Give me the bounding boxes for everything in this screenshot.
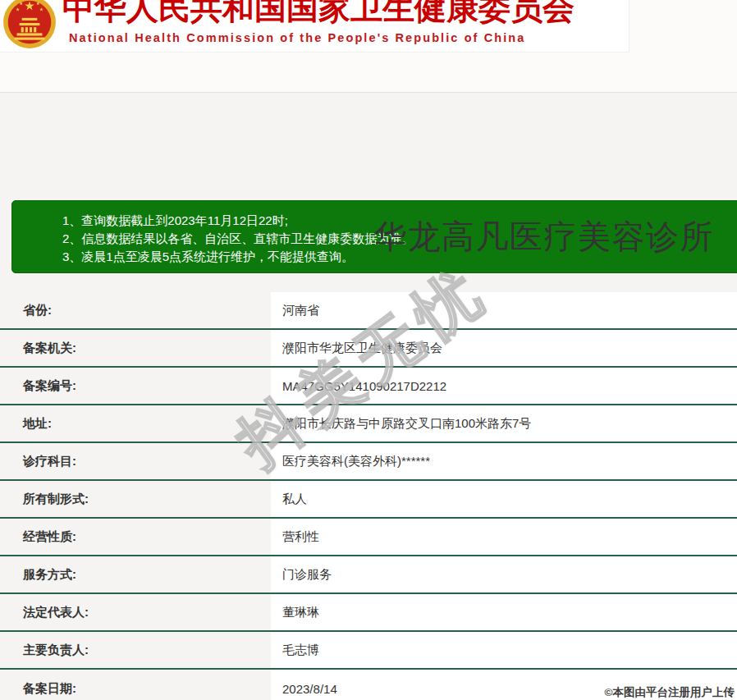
field-value: 私人 — [271, 481, 737, 517]
field-label: 地址: — [0, 405, 271, 442]
table-row-treatment-subjects: 诊疗科目: 医疗美容科(美容外科)****** — [0, 443, 737, 481]
institution-name: 华龙高凡医疗美容诊所 — [373, 217, 714, 256]
field-label: 经营性质: — [0, 519, 271, 555]
site-header: 中华人民共和国国家卫生健康委员会 National Health Commiss… — [0, 0, 737, 93]
header-title-cn: 中华人民共和国国家卫生健康委员会 — [62, 0, 574, 25]
field-value: MA47GG5Y141090217D2212 — [271, 368, 737, 404]
field-label: 备案日期: — [0, 670, 271, 700]
table-row-principal: 主要负责人: 毛志博 — [0, 632, 737, 670]
field-label: 所有制形式: — [0, 481, 271, 517]
table-row-province: 省份: 河南省 — [0, 292, 737, 330]
china-national-emblem-icon — [2, 0, 57, 49]
field-label: 省份: — [0, 292, 271, 328]
upload-credit: ©本图由平台注册用户上传 — [605, 685, 735, 700]
content-top-band: 1、查询数据截止到2023年11月12日22时; 2、信息数据结果以各省、自治区… — [0, 93, 737, 292]
field-value: 河南省 — [271, 292, 737, 328]
field-value: 毛志博 — [271, 632, 737, 668]
header-banner: 中华人民共和国国家卫生健康委员会 National Health Commiss… — [0, 0, 629, 53]
field-value: 门诊服务 — [271, 556, 737, 592]
table-row-ownership-form: 所有制形式: 私人 — [0, 481, 737, 519]
table-row-service-mode: 服务方式: 门诊服务 — [0, 556, 737, 594]
field-label: 主要负责人: — [0, 632, 271, 668]
field-label: 法定代表人: — [0, 594, 271, 630]
field-label: 备案编号: — [0, 368, 271, 404]
field-value: 董琳琳 — [271, 594, 737, 630]
header-title-en: National Health Commission of the People… — [69, 31, 525, 44]
field-value: 营利性 — [271, 519, 737, 555]
field-label: 诊疗科目: — [0, 443, 271, 479]
field-value: 濮阳市华龙区卫生健康委员会 — [271, 330, 737, 366]
page: 中华人民共和国国家卫生健康委员会 National Health Commiss… — [0, 0, 737, 700]
table-row-filing-authority: 备案机关: 濮阳市华龙区卫生健康委员会 — [0, 330, 737, 368]
record-table: 省份: 河南省 备案机关: 濮阳市华龙区卫生健康委员会 备案编号: MA47GG… — [0, 292, 737, 700]
table-row-address: 地址: 濮阳市长庆路与中原路交叉口南100米路东7号 — [0, 405, 737, 443]
field-value: 濮阳市长庆路与中原路交叉口南100米路东7号 — [271, 405, 737, 442]
table-row-business-nature: 经营性质: 营利性 — [0, 519, 737, 556]
table-row-legal-representative: 法定代表人: 董琳琳 — [0, 594, 737, 632]
field-label: 备案机关: — [0, 330, 271, 366]
field-label: 服务方式: — [0, 556, 271, 592]
field-value: 医疗美容科(美容外科)****** — [271, 443, 737, 479]
table-row-filing-number: 备案编号: MA47GG5Y141090217D2212 — [0, 368, 737, 405]
